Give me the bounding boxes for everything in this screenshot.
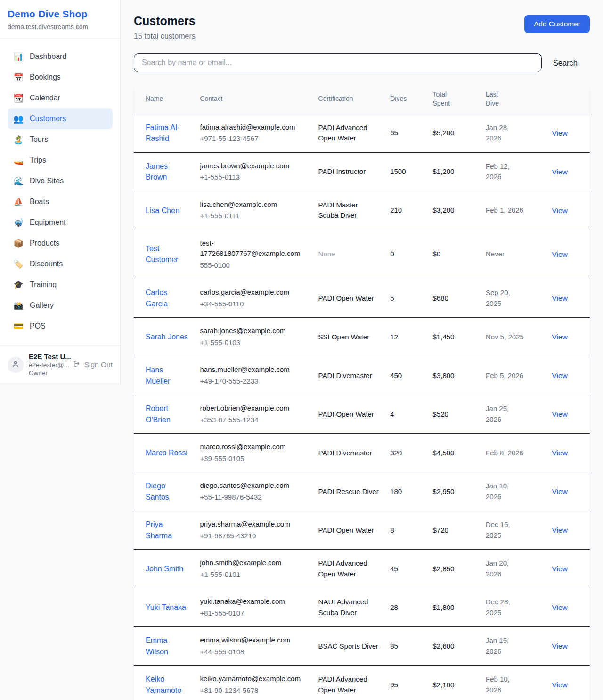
customer-phone: +55-11-99876-5432 bbox=[200, 492, 307, 503]
customer-contact: hans.mueller@example.com +49-170-555-223… bbox=[195, 356, 313, 395]
sign-out-button[interactable]: Sign Out bbox=[73, 360, 113, 370]
customer-total-spent: $2,850 bbox=[427, 550, 480, 588]
customer-name-link[interactable]: Hans Mueller bbox=[146, 364, 189, 386]
customer-last-dive: Dec 15, 2025 bbox=[480, 511, 530, 550]
sidebar-nav: 📊 Dashboard 📅 Bookings 📆 Calendar 👥 Cust… bbox=[0, 39, 120, 345]
user-info: E2E Test U... e2e-tester@... Owner bbox=[29, 353, 68, 377]
sidebar-item-label: Trips bbox=[30, 156, 46, 165]
customer-last-dive: Jan 15, 2026 bbox=[480, 627, 530, 666]
sidebar-item-dive-sites[interactable]: 🌊 Dive Sites bbox=[8, 171, 113, 191]
sidebar-item-calendar[interactable]: 📆 Calendar bbox=[8, 88, 113, 108]
customer-name-link[interactable]: James Brown bbox=[146, 161, 189, 182]
view-customer-link[interactable]: View bbox=[552, 129, 568, 137]
customer-email: diego.santos@example.com bbox=[200, 480, 307, 491]
customer-name-link[interactable]: Yuki Tanaka bbox=[146, 602, 186, 613]
add-customer-button[interactable]: Add Customer bbox=[524, 15, 590, 33]
customer-dives: 210 bbox=[384, 191, 427, 230]
table-row: Test Customer test-1772681807767@example… bbox=[134, 230, 590, 279]
customer-phone: +34-555-0110 bbox=[200, 299, 307, 310]
shop-name: Demo Dive Shop bbox=[8, 8, 113, 20]
view-customer-link[interactable]: View bbox=[552, 168, 568, 176]
customer-certification: PADI Open Water bbox=[313, 511, 385, 550]
customer-last-dive: Nov 5, 2025 bbox=[480, 318, 530, 356]
table-row: Yuki Tanaka yuki.tanaka@example.com +81-… bbox=[134, 588, 590, 627]
sidebar-item-bookings[interactable]: 📅 Bookings bbox=[8, 67, 113, 88]
sidebar-item-tours[interactable]: 🏝️ Tours bbox=[8, 129, 113, 150]
view-customer-link[interactable]: View bbox=[552, 642, 568, 650]
customer-name-link[interactable]: Diego Santos bbox=[146, 480, 189, 502]
view-customer-link[interactable]: View bbox=[552, 333, 568, 341]
search-input[interactable] bbox=[134, 53, 542, 72]
customer-total-spent: $720 bbox=[427, 511, 480, 550]
customer-dives: 8 bbox=[384, 511, 427, 550]
view-customer-link[interactable]: View bbox=[552, 526, 568, 534]
customer-certification: PADI Divemaster bbox=[313, 434, 385, 472]
view-customer-link[interactable]: View bbox=[552, 371, 568, 379]
customer-name-link[interactable]: John Smith bbox=[146, 563, 183, 574]
customer-email: emma.wilson@example.com bbox=[200, 635, 307, 646]
table-row: Carlos Garcia carlos.garcia@example.com … bbox=[134, 279, 590, 318]
main-content: Customers 15 total customers Add Custome… bbox=[121, 0, 603, 700]
customer-name-link[interactable]: Emma Wilson bbox=[146, 635, 189, 657]
search-button[interactable]: Search bbox=[542, 58, 590, 67]
table-row: Priya Sharma priya.sharma@example.com +9… bbox=[134, 511, 590, 550]
sidebar-item-discounts[interactable]: 🏷️ Discounts bbox=[8, 254, 113, 274]
sidebar-item-label: Calendar bbox=[30, 94, 60, 102]
customer-name-link[interactable]: Priya Sharma bbox=[146, 519, 189, 541]
customer-dives: 320 bbox=[384, 434, 427, 472]
view-customer-link[interactable]: View bbox=[552, 565, 568, 573]
view-customer-link[interactable]: View bbox=[552, 681, 568, 689]
calendar-icon: 📆 bbox=[13, 93, 24, 103]
customer-name-link[interactable]: Robert O'Brien bbox=[146, 403, 189, 425]
discounts-icon: 🏷️ bbox=[13, 259, 24, 269]
sidebar-item-trips[interactable]: 🚤 Trips bbox=[8, 150, 113, 171]
customer-name-link[interactable]: Sarah Jones bbox=[146, 331, 188, 342]
customer-total-spent: $0 bbox=[427, 230, 480, 279]
sidebar-item-training[interactable]: 🎓 Training bbox=[8, 274, 113, 295]
view-customer-link[interactable]: View bbox=[552, 250, 568, 258]
customers-icon: 👥 bbox=[13, 114, 24, 124]
search-bar: Search bbox=[134, 53, 590, 72]
customer-certification: NAUI Advanced Scuba Diver bbox=[313, 588, 385, 627]
view-customer-link[interactable]: View bbox=[552, 410, 568, 418]
customer-name-link[interactable]: Marco Rossi bbox=[146, 447, 187, 458]
view-customer-link[interactable]: View bbox=[552, 206, 568, 214]
customer-last-dive: Feb 5, 2026 bbox=[480, 356, 530, 395]
customer-name-link[interactable]: Lisa Chen bbox=[146, 205, 179, 216]
customer-total-spent: $680 bbox=[427, 279, 480, 318]
customer-dives: 45 bbox=[384, 550, 427, 588]
customer-name-link[interactable]: Carlos Garcia bbox=[146, 287, 189, 309]
sidebar-item-customers[interactable]: 👥 Customers bbox=[8, 108, 113, 129]
sidebar-item-dashboard[interactable]: 📊 Dashboard bbox=[8, 46, 113, 67]
sidebar-item-gallery[interactable]: 📸 Gallery bbox=[8, 295, 113, 316]
view-customer-link[interactable]: View bbox=[552, 487, 568, 495]
customer-certification: PADI Advanced Open Water bbox=[313, 666, 385, 700]
view-customer-link[interactable]: View bbox=[552, 603, 568, 611]
customer-email: john.smith@example.com bbox=[200, 558, 307, 568]
customer-total-spent: $2,950 bbox=[427, 472, 480, 511]
customer-certification: PADI Open Water bbox=[313, 279, 385, 318]
sidebar-item-products[interactable]: 📦 Products bbox=[8, 233, 113, 254]
dashboard-icon: 📊 bbox=[13, 52, 24, 62]
sidebar-item-label: POS bbox=[30, 322, 46, 330]
column-header: Contact bbox=[195, 84, 313, 114]
view-customer-link[interactable]: View bbox=[552, 294, 568, 302]
sign-out-label: Sign Out bbox=[84, 361, 113, 369]
customer-name-link[interactable]: Keiko Yamamoto bbox=[146, 674, 189, 695]
gallery-icon: 📸 bbox=[13, 301, 24, 311]
view-customer-link[interactable]: View bbox=[552, 449, 568, 457]
customer-name-link[interactable]: Fatima Al-Rashid bbox=[146, 122, 189, 144]
customer-last-dive: Jan 25, 2026 bbox=[480, 395, 530, 434]
sidebar-item-pos[interactable]: 💳 POS bbox=[8, 316, 113, 337]
table-row: Hans Mueller hans.mueller@example.com +4… bbox=[134, 356, 590, 395]
table-row: Fatima Al-Rashid fatima.alrashid@example… bbox=[134, 114, 590, 152]
sidebar-item-label: Gallery bbox=[30, 301, 54, 310]
customer-name-link[interactable]: Test Customer bbox=[146, 243, 189, 265]
customer-contact: yuki.tanaka@example.com +81-555-0107 bbox=[195, 588, 313, 627]
customer-total-spent: $1,200 bbox=[427, 152, 480, 191]
sidebar-item-equipment[interactable]: 🤿 Equipment bbox=[8, 212, 113, 233]
trips-icon: 🚤 bbox=[13, 156, 24, 165]
sidebar-item-boats[interactable]: ⛵ Boats bbox=[8, 191, 113, 212]
customer-email: hans.mueller@example.com bbox=[200, 364, 307, 375]
customer-phone: +81-555-0107 bbox=[200, 608, 307, 619]
